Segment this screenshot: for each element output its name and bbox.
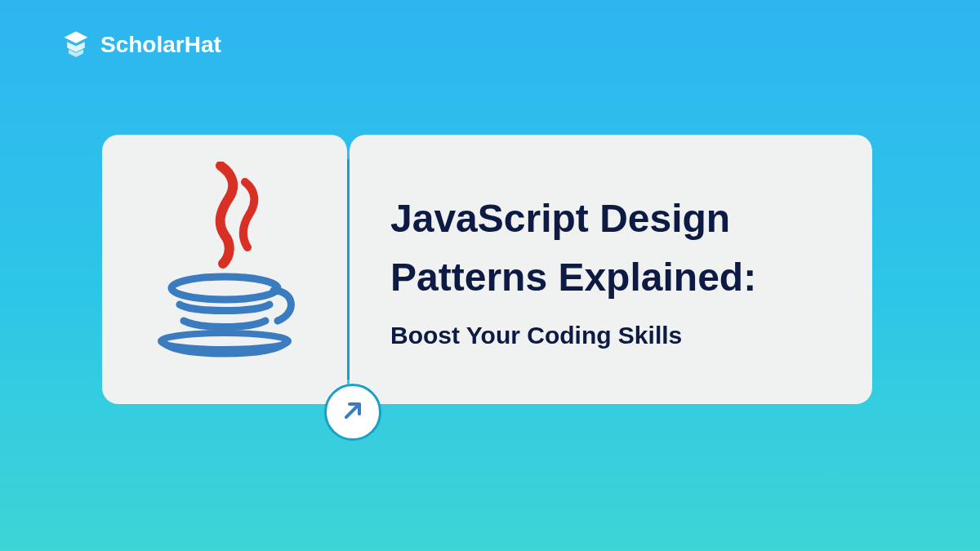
logo-header: ScholarHat	[61, 29, 221, 61]
title-card: JavaScript Design Patterns Explained: Bo…	[350, 135, 872, 404]
scholarhat-logo-icon	[61, 29, 91, 61]
svg-point-1	[161, 333, 288, 349]
java-logo-card	[102, 135, 347, 404]
logo-text: ScholarHat	[100, 32, 221, 58]
arrow-up-right-icon	[340, 398, 366, 427]
svg-point-0	[172, 277, 278, 300]
title-line-1: JavaScript Design	[390, 197, 730, 240]
main-title: JavaScript Design Patterns Explained:	[390, 189, 835, 307]
card-connector	[347, 159, 350, 380]
arrow-badge	[324, 384, 381, 441]
content-wrapper: JavaScript Design Patterns Explained: Bo…	[102, 135, 872, 404]
java-logo-icon	[143, 162, 306, 377]
title-line-2: Patterns Explained:	[390, 256, 756, 299]
subtitle: Boost Your Coding Skills	[390, 322, 835, 349]
